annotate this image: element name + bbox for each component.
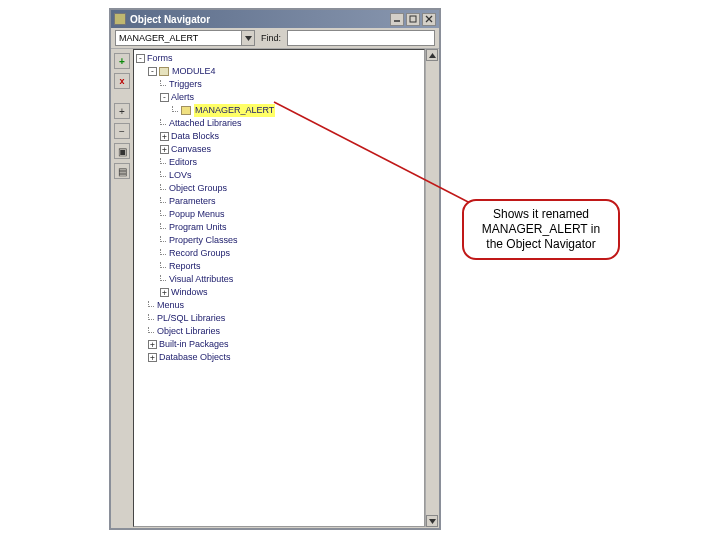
minus-icon[interactable]: - [160, 93, 169, 102]
chevron-down-icon[interactable] [241, 31, 254, 45]
tree-node[interactable]: Visual Attributes [136, 273, 275, 286]
tree-label: Record Groups [169, 247, 230, 260]
tree-label: Object Groups [169, 182, 227, 195]
minimize-button[interactable] [390, 13, 404, 26]
plus-icon[interactable]: + [160, 288, 169, 297]
tree-node[interactable]: +Data Blocks [136, 130, 275, 143]
plus-icon[interactable]: + [160, 145, 169, 154]
tree-node[interactable]: Record Groups [136, 247, 275, 260]
tree-node[interactable]: Object Libraries [136, 325, 275, 338]
callout-text: Shows it renamed [472, 207, 610, 222]
tree-node[interactable]: Menus [136, 299, 275, 312]
module-icon [159, 67, 169, 76]
tree-node[interactable]: +Canvases [136, 143, 275, 156]
tree-node[interactable]: +Database Objects [136, 351, 275, 364]
tree-label: Visual Attributes [169, 273, 233, 286]
tree-node[interactable]: Popup Menus [136, 208, 275, 221]
tree-label: Database Objects [159, 351, 231, 364]
minus-icon[interactable]: - [136, 54, 145, 63]
tree-label: Alerts [171, 91, 194, 104]
expand-all-button[interactable]: ▣ [114, 143, 130, 159]
tree-canvas[interactable]: - Forms - MODULE4 Triggers - Alerts [133, 49, 425, 527]
tree-node[interactable]: Reports [136, 260, 275, 273]
tree-node[interactable]: Parameters [136, 195, 275, 208]
side-toolbar: + x + − ▣ ▤ [111, 49, 133, 527]
app-icon [114, 13, 126, 25]
tree-label: Property Classes [169, 234, 238, 247]
tree-label: Forms [147, 52, 173, 65]
create-button[interactable]: + [114, 53, 130, 69]
tree-label: PL/SQL Libraries [157, 312, 225, 325]
tree-node[interactable]: Triggers [136, 78, 275, 91]
tree-label: Editors [169, 156, 197, 169]
vertical-scrollbar[interactable] [425, 49, 439, 527]
callout-text: MANAGER_ALERT in [472, 222, 610, 237]
callout-text: the Object Navigator [472, 237, 610, 252]
titlebar[interactable]: Object Navigator [111, 10, 439, 28]
tree-label: Object Libraries [157, 325, 220, 338]
alert-icon [181, 106, 191, 115]
minus-icon[interactable]: - [148, 67, 157, 76]
tree-node[interactable]: +Built-in Packages [136, 338, 275, 351]
tree-node-alerts[interactable]: - Alerts [136, 91, 275, 104]
tree-node[interactable]: PL/SQL Libraries [136, 312, 275, 325]
tree-label: Data Blocks [171, 130, 219, 143]
tree-node-manager-alert[interactable]: MANAGER_ALERT [136, 104, 275, 117]
scroll-up-icon[interactable] [426, 49, 438, 61]
object-combo-value: MANAGER_ALERT [116, 33, 241, 43]
plus-icon[interactable]: + [148, 340, 157, 349]
expand-button[interactable]: + [114, 103, 130, 119]
svg-marker-6 [429, 519, 436, 524]
svg-rect-1 [410, 16, 416, 22]
tree-label: Program Units [169, 221, 227, 234]
tree-label: Popup Menus [169, 208, 225, 221]
tree-label: Parameters [169, 195, 216, 208]
tree-label: LOVs [169, 169, 192, 182]
window-title: Object Navigator [130, 14, 390, 25]
tree-node-module[interactable]: - MODULE4 [136, 65, 275, 78]
find-label: Find: [259, 33, 283, 43]
tree-node[interactable]: LOVs [136, 169, 275, 182]
tree-label: Menus [157, 299, 184, 312]
tree-label: Built-in Packages [159, 338, 229, 351]
svg-marker-4 [245, 36, 252, 41]
collapse-button[interactable]: − [114, 123, 130, 139]
find-input[interactable] [287, 30, 435, 46]
tree-node-forms[interactable]: - Forms [136, 52, 275, 65]
scroll-down-icon[interactable] [426, 515, 438, 527]
tree-node[interactable]: Program Units [136, 221, 275, 234]
tree-node[interactable]: Attached Libraries [136, 117, 275, 130]
annotation-callout: Shows it renamed MANAGER_ALERT in the Ob… [462, 199, 620, 260]
tree-label: Triggers [169, 78, 202, 91]
tree-node[interactable]: Property Classes [136, 234, 275, 247]
plus-icon[interactable]: + [160, 132, 169, 141]
object-combo[interactable]: MANAGER_ALERT [115, 30, 255, 46]
tree-label: Attached Libraries [169, 117, 242, 130]
tree-label: MODULE4 [172, 65, 216, 78]
svg-marker-5 [429, 53, 436, 58]
tree-node[interactable]: Editors [136, 156, 275, 169]
collapse-all-button[interactable]: ▤ [114, 163, 130, 179]
object-navigator-window: Object Navigator MANAGER_ALERT Find: + x [109, 8, 441, 530]
tree-label: MANAGER_ALERT [194, 104, 275, 117]
toolbar: MANAGER_ALERT Find: [111, 28, 439, 49]
tree-node[interactable]: +Windows [136, 286, 275, 299]
plus-icon[interactable]: + [148, 353, 157, 362]
tree-label: Windows [171, 286, 208, 299]
close-button[interactable] [422, 13, 436, 26]
delete-button[interactable]: x [114, 73, 130, 89]
maximize-button[interactable] [406, 13, 420, 26]
tree-node[interactable]: Object Groups [136, 182, 275, 195]
tree-label: Canvases [171, 143, 211, 156]
tree-label: Reports [169, 260, 201, 273]
